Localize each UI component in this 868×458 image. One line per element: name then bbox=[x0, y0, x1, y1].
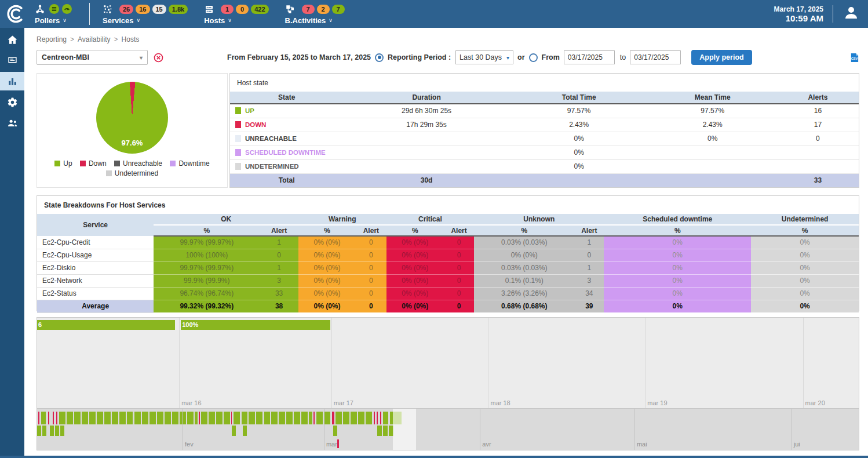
navigator-row-up-down bbox=[37, 412, 859, 424]
up-segment bbox=[201, 412, 207, 424]
host-state-row: UNREACHABLE 0%0%0 bbox=[230, 132, 859, 146]
service-row: Ec2-Network 99.9% (99.9%)3 0% (0%)0 0% (… bbox=[37, 274, 859, 287]
sidebar bbox=[0, 28, 24, 458]
user-icon[interactable] bbox=[843, 4, 860, 24]
breadcrumb-availability[interactable]: Availability bbox=[78, 35, 110, 43]
period-select-value: Last 30 Days bbox=[459, 53, 502, 61]
up-segment bbox=[82, 412, 88, 424]
timeline-navigator[interactable]: fevmaravrmaijui bbox=[37, 408, 859, 450]
up-segment bbox=[195, 412, 198, 424]
services-ok-badge[interactable]: 1.8k bbox=[169, 5, 188, 14]
up-segment bbox=[119, 412, 126, 424]
services-icon bbox=[103, 4, 114, 14]
down-segment bbox=[56, 412, 57, 424]
state-swatch bbox=[235, 163, 241, 170]
up-segment bbox=[294, 412, 300, 424]
up-segment bbox=[127, 412, 133, 424]
service-name[interactable]: Ec2-Cpu-Credit bbox=[37, 236, 154, 249]
nav-services[interactable]: 26 16 15 1.8k Services∨ bbox=[103, 3, 188, 25]
col-ok: OK bbox=[154, 214, 298, 225]
down-segment bbox=[313, 412, 315, 424]
up-segment bbox=[351, 412, 357, 424]
ba-ok-badge[interactable]: 7 bbox=[332, 5, 345, 14]
sidebar-item-reporting[interactable] bbox=[0, 72, 24, 90]
host-select[interactable]: Centreon-MBI ▾ bbox=[37, 50, 148, 65]
legend-undetermined-label: Undetermined bbox=[115, 169, 158, 178]
from-date-input[interactable] bbox=[564, 50, 615, 64]
ba-critical-badge[interactable]: 7 bbox=[302, 5, 315, 14]
period-select[interactable]: Last 30 Days ▾ bbox=[455, 50, 513, 64]
service-name[interactable]: Ec2-Cpu-Usage bbox=[37, 249, 154, 261]
pie-legend: Up Down Unreachable Downtime Undetermine… bbox=[37, 159, 227, 179]
custom-range-radio[interactable] bbox=[529, 53, 538, 62]
up-segment bbox=[104, 412, 111, 424]
poller-latency-badge[interactable] bbox=[62, 4, 72, 14]
sidebar-item-administration[interactable] bbox=[0, 114, 24, 132]
up-segment bbox=[42, 426, 46, 436]
timeline-day-label: mar 20 bbox=[803, 399, 825, 406]
clear-host-filter-button[interactable] bbox=[154, 53, 163, 63]
up-segment bbox=[50, 426, 54, 436]
sidebar-item-monitoring[interactable] bbox=[0, 51, 24, 70]
up-segment bbox=[142, 412, 148, 424]
chevron-down-icon: ∨ bbox=[63, 17, 67, 23]
service-name[interactable]: Ec2-Status bbox=[37, 287, 154, 300]
up-segment bbox=[157, 412, 163, 424]
up-segment bbox=[242, 412, 248, 424]
legend-unreachable-label: Unreachable bbox=[123, 159, 162, 168]
up-segment bbox=[97, 412, 103, 424]
availability-timeline-panel: mar 16mar 17mar 18mar 19mar 206100% fevm… bbox=[37, 317, 859, 450]
up-segment bbox=[41, 412, 46, 424]
navigator-current-marker bbox=[337, 439, 339, 448]
to-label: to bbox=[620, 53, 626, 61]
up-segment bbox=[243, 426, 247, 436]
legend-undetermined-swatch bbox=[106, 170, 112, 176]
services-critical-badge[interactable]: 26 bbox=[119, 5, 133, 14]
host-state-row: SCHEDULED DOWNTIME 0% bbox=[230, 146, 859, 159]
reporting-period-radio[interactable] bbox=[375, 53, 384, 62]
hosts-down-badge[interactable]: 1 bbox=[221, 5, 234, 14]
up-segment bbox=[358, 412, 364, 424]
sidebar-item-configuration[interactable] bbox=[0, 93, 24, 111]
service-row: Ec2-Cpu-Credit 99.97% (99.97%)1 0% (0%)0… bbox=[37, 236, 859, 249]
breadcrumb-reporting[interactable]: Reporting bbox=[37, 35, 67, 43]
col-unknown: Unknown bbox=[474, 214, 604, 225]
up-segment bbox=[383, 412, 388, 424]
main-content: Reporting>Availability>Hosts Centreon-MB… bbox=[24, 35, 868, 450]
nav-bactivities[interactable]: 7 2 7 B.Activities∨ bbox=[285, 3, 345, 25]
up-segment bbox=[165, 412, 171, 424]
chevron-down-icon: ∨ bbox=[329, 17, 333, 23]
navigator-selection-window[interactable] bbox=[393, 409, 416, 450]
hosts-unreachable-badge[interactable]: 0 bbox=[236, 5, 249, 14]
down-segment bbox=[199, 412, 200, 424]
timeline-main-chart[interactable]: mar 16mar 17mar 18mar 19mar 206100% bbox=[37, 318, 859, 408]
timeline-day-label: mar 18 bbox=[488, 399, 510, 406]
nav-pollers[interactable]: Pollers∨ bbox=[35, 3, 72, 25]
col-duration: Duration bbox=[343, 92, 510, 104]
service-name[interactable]: Ec2-Network bbox=[37, 274, 154, 287]
home-icon bbox=[7, 34, 18, 45]
down-segment bbox=[38, 412, 39, 424]
col-state: State bbox=[230, 92, 343, 104]
to-date-input[interactable] bbox=[630, 50, 681, 64]
service-name[interactable]: Ec2-Diskio bbox=[37, 261, 154, 274]
services-pending-badge[interactable]: 15 bbox=[152, 5, 166, 14]
topbar-divider bbox=[833, 5, 833, 23]
col-mean-time: Mean Time bbox=[648, 92, 777, 104]
timeline-day-label: mar 16 bbox=[179, 399, 201, 406]
breadcrumb-hosts[interactable]: Hosts bbox=[122, 35, 140, 43]
bar-chart-icon bbox=[7, 76, 18, 87]
centreon-logo[interactable] bbox=[5, 3, 27, 25]
nav-hosts[interactable]: 1 0 422 Hosts∨ bbox=[204, 3, 268, 25]
down-segment bbox=[48, 412, 49, 424]
ba-warning-badge[interactable]: 2 bbox=[317, 5, 330, 14]
legend-unreachable-swatch bbox=[114, 161, 120, 166]
period-controls: From February 15, 2025 to March 17, 2025… bbox=[227, 50, 752, 65]
services-warning-badge[interactable]: 16 bbox=[136, 5, 149, 14]
hosts-up-badge[interactable]: 422 bbox=[251, 5, 268, 14]
sidebar-item-home[interactable] bbox=[0, 30, 24, 49]
export-csv-button[interactable]: CSV bbox=[849, 53, 859, 63]
legend-down-swatch bbox=[80, 161, 86, 166]
apply-period-button[interactable]: Apply period bbox=[691, 50, 752, 65]
poller-list-status-badge[interactable] bbox=[49, 4, 59, 14]
